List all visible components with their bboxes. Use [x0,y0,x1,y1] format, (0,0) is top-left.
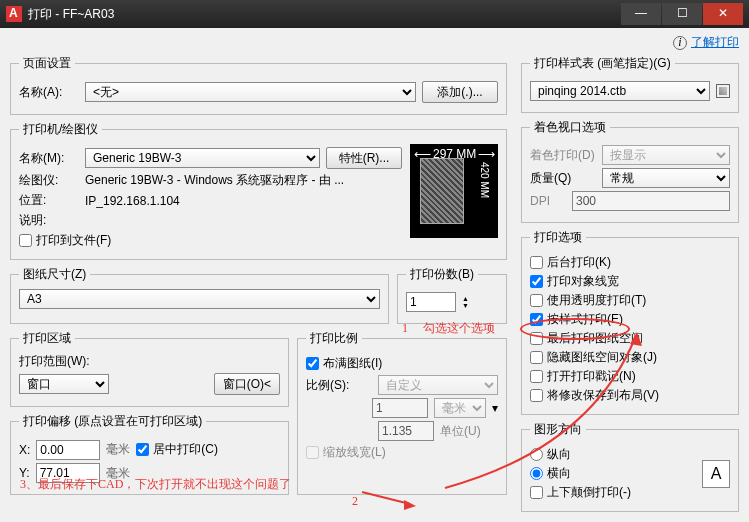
plotter-label: 绘图仪: [19,172,79,189]
plot-area-legend: 打印区域 [19,330,75,347]
printer-name-select[interactable]: Generic 19BW-3 [85,148,320,168]
annotation-3: 3、最后保存下CAD，下次打开就不出现这个问题了 [20,476,291,493]
maximize-button[interactable]: ☐ [662,3,702,25]
titlebar: 打印 - FF~AR03 — ☐ ✕ [0,0,749,28]
print-to-file-check[interactable]: 打印到文件(F) [19,232,402,249]
printer-props-button[interactable]: 特性(R)... [326,147,402,169]
orientation-legend: 图形方向 [530,421,586,438]
orientation-group: 图形方向 纵向 横向 上下颠倒打印(-) A [521,421,739,512]
x-label: X: [19,443,30,457]
plot-style-legend: 打印样式表 (画笔指定)(G) [530,55,675,72]
learn-print-link[interactable]: 了解打印 [691,34,739,51]
plot-what-select[interactable]: 窗口 [19,374,109,394]
opt-stamp[interactable]: 打开打印戳记(N) [530,368,730,385]
edit-style-icon[interactable] [716,84,730,98]
shaded-legend: 着色视口选项 [530,119,610,136]
location-label: 位置: [19,192,79,209]
quality-select[interactable]: 常规 [602,168,730,188]
plot-options-group: 打印选项 后台打印(K) 打印对象线宽 使用透明度打印(T) 按样式打印(E) … [521,229,739,415]
scale-den-unit: 单位(U) [440,423,481,440]
opt-trans[interactable]: 使用透明度打印(T) [530,292,730,309]
x-input[interactable] [36,440,100,460]
paper-size-legend: 图纸尺寸(Z) [19,266,90,283]
ratio-label: 比例(S): [306,377,372,394]
plot-area-group: 打印区域 打印范围(W): 窗口 窗口(O)< [10,330,289,407]
shade-select: 按显示 [602,145,730,165]
app-icon [6,6,22,22]
opt-bg[interactable]: 后台打印(K) [530,254,730,271]
plotter-value: Generic 19BW-3 - Windows 系统驱动程序 - 由 ... [85,172,402,189]
printer-legend: 打印机/绘图仪 [19,121,102,138]
print-to-file-checkbox[interactable] [19,234,32,247]
opt-style[interactable]: 按样式打印(E) [530,311,730,328]
description-label: 说明: [19,212,79,229]
paper-preview: ⟵297 MM⟶ 420 MM [410,144,498,238]
scale-num-unit: 毫米 [434,398,486,418]
window-pick-button[interactable]: 窗口(O)< [214,373,280,395]
annotation-1: 1 勾选这个选项 [402,320,495,337]
opt-hide[interactable]: 隐藏图纸空间对象(J) [530,349,730,366]
annotation-2: 2 [352,494,358,509]
fit-to-paper-check[interactable]: 布满图纸(I) [306,355,498,372]
copies-input[interactable] [406,292,456,312]
center-check[interactable]: 居中打印(C) [136,441,218,458]
landscape-radio[interactable]: 横向 [530,465,696,482]
scale-num [372,398,428,418]
window-title: 打印 - FF~AR03 [28,6,620,23]
options-legend: 打印选项 [530,229,586,246]
ratio-select: 自定义 [378,375,498,395]
x-unit: 毫米 [106,441,130,458]
opt-last[interactable]: 最后打印图纸空间 [530,330,730,347]
offset-legend: 打印偏移 (原点设置在可打印区域) [19,413,206,430]
plot-style-select[interactable]: pinqing 2014.ctb [530,81,710,101]
info-icon[interactable]: i [673,36,687,50]
printer-name-label: 名称(M): [19,150,79,167]
name-label: 名称(A): [19,84,79,101]
scale-group: 打印比例 布满图纸(I) 比例(S): 自定义 毫米 ▾ [297,330,507,495]
opt-lw[interactable]: 打印对象线宽 [530,273,730,290]
close-button[interactable]: ✕ [703,3,743,25]
upside-check[interactable]: 上下颠倒打印(-) [530,484,696,501]
shaded-viewport-group: 着色视口选项 着色打印(D)按显示 质量(Q)常规 DPI [521,119,739,223]
page-setup-legend: 页面设置 [19,55,75,72]
opt-save[interactable]: 将修改保存到布局(V) [530,387,730,404]
scale-legend: 打印比例 [306,330,362,347]
copies-legend: 打印份数(B) [406,266,478,283]
scale-den [378,421,434,441]
dpi-input [572,191,730,211]
quality-label: 质量(Q) [530,170,596,187]
printer-group: 打印机/绘图仪 名称(M): Generic 19BW-3 特性(R)... 绘… [10,121,507,260]
location-value: IP_192.168.1.104 [85,194,180,208]
paper-size-select[interactable]: A3 [19,289,380,309]
paper-size-group: 图纸尺寸(Z) A3 [10,266,389,324]
scale-lw-check: 缩放线宽(L) [306,444,498,461]
plot-style-group: 打印样式表 (画笔指定)(G) pinqing 2014.ctb [521,55,739,113]
minimize-button[interactable]: — [621,3,661,25]
portrait-radio[interactable]: 纵向 [530,446,696,463]
spinner-icon[interactable]: ▲▼ [462,295,469,309]
page-setup-name-select[interactable]: <无> [85,82,416,102]
plot-what-label: 打印范围(W): [19,353,280,370]
orientation-icon: A [702,460,730,488]
dpi-label: DPI [530,194,566,208]
page-setup-group: 页面设置 名称(A): <无> 添加(.)... [10,55,507,115]
copies-group: 打印份数(B) ▲▼ [397,266,507,324]
shade-label: 着色打印(D) [530,147,596,164]
add-button[interactable]: 添加(.)... [422,81,498,103]
